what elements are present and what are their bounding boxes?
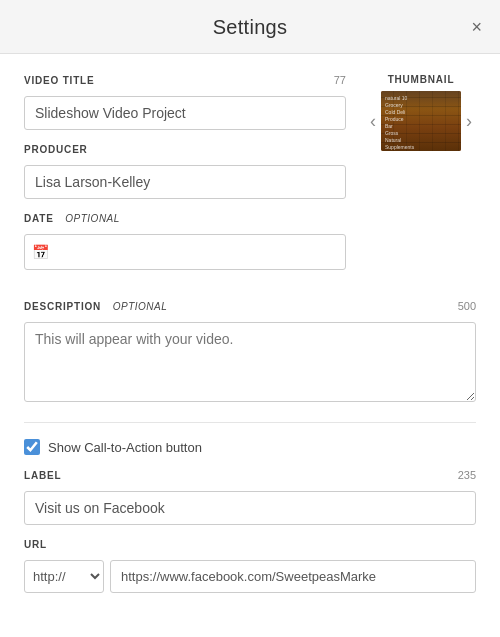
video-title-label-row: VIDEO TITLE 77 — [24, 74, 346, 91]
date-input-wrapper: 📅 — [24, 234, 346, 270]
thumbnail-img-inner: natural 10GroceryCold DeliProduceBarGros… — [381, 91, 461, 151]
cta-label-label-row: LABEL 235 — [24, 469, 476, 486]
cta-checkbox[interactable] — [24, 439, 40, 455]
cta-label-label: LABEL — [24, 470, 61, 481]
description-count: 500 — [458, 300, 476, 312]
thumbnail-nav: ‹ natural 10GroceryCold DeliProduceBarGr… — [366, 91, 476, 151]
modal-header: Settings × — [0, 0, 500, 54]
producer-label: PRODUCER — [24, 144, 88, 155]
date-label-row: DATE OPTIONAL — [24, 213, 346, 229]
thumbnail-next-button[interactable]: › — [462, 109, 476, 134]
cta-label-group: LABEL 235 — [24, 469, 476, 525]
video-title-label: VIDEO TITLE — [24, 75, 94, 86]
description-label: DESCRIPTION OPTIONAL — [24, 301, 167, 312]
thumbnail-overlay-text: natural 10GroceryCold DeliProduceBarGros… — [385, 95, 457, 151]
top-section: VIDEO TITLE 77 PRODUCER DAT — [24, 74, 476, 284]
cta-label-count: 235 — [458, 469, 476, 481]
url-group: URL http:// https:// — [24, 539, 476, 593]
url-label-row: URL — [24, 539, 476, 555]
producer-label-row: PRODUCER — [24, 144, 346, 160]
video-title-group: VIDEO TITLE 77 — [24, 74, 346, 130]
producer-input[interactable] — [24, 165, 346, 199]
left-fields: VIDEO TITLE 77 PRODUCER DAT — [24, 74, 346, 284]
close-button[interactable]: × — [467, 14, 486, 40]
url-prefix-select[interactable]: http:// https:// — [24, 560, 104, 593]
thumbnail-prev-button[interactable]: ‹ — [366, 109, 380, 134]
description-textarea[interactable] — [24, 322, 476, 402]
url-row: http:// https:// — [24, 560, 476, 593]
divider — [24, 422, 476, 423]
video-title-count: 77 — [334, 74, 346, 86]
thumbnail-section: THUMBNAIL ‹ natural 10GroceryCold DeliPr… — [366, 74, 476, 284]
date-label: DATE OPTIONAL — [24, 213, 120, 224]
video-title-input[interactable] — [24, 96, 346, 130]
cta-label-input[interactable] — [24, 491, 476, 525]
cta-checkbox-label[interactable]: Show Call-to-Action button — [48, 440, 202, 455]
date-group: DATE OPTIONAL 📅 — [24, 213, 346, 270]
modal-title: Settings — [213, 16, 288, 38]
modal-body: VIDEO TITLE 77 PRODUCER DAT — [0, 54, 500, 631]
cta-checkbox-row: Show Call-to-Action button — [24, 439, 476, 455]
date-input[interactable] — [24, 234, 346, 270]
url-input[interactable] — [110, 560, 476, 593]
thumbnail-label: THUMBNAIL — [366, 74, 476, 85]
description-group: DESCRIPTION OPTIONAL 500 — [24, 300, 476, 406]
calendar-icon: 📅 — [32, 244, 49, 260]
thumbnail-image: natural 10GroceryCold DeliProduceBarGros… — [381, 91, 461, 151]
description-label-row: DESCRIPTION OPTIONAL 500 — [24, 300, 476, 317]
producer-group: PRODUCER — [24, 144, 346, 199]
url-label: URL — [24, 539, 47, 550]
settings-modal: Settings × VIDEO TITLE 77 PRODUCE — [0, 0, 500, 637]
